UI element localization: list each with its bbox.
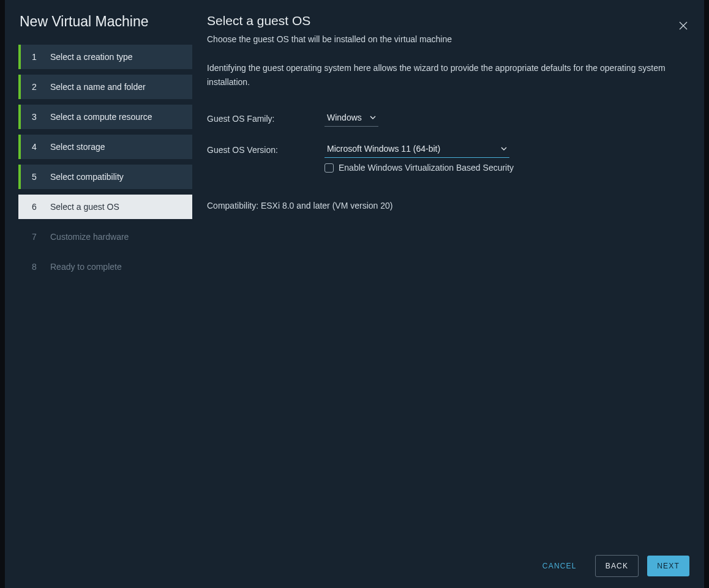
- chevron-down-icon: [501, 147, 507, 151]
- guest-os-version-group: Guest OS Version: Microsoft Windows 11 (…: [207, 141, 689, 173]
- page-subtitle: Choose the guest OS that will be install…: [207, 34, 689, 44]
- guest-os-family-select[interactable]: Windows: [324, 110, 378, 127]
- wizard-step-8: 8Ready to complete: [18, 255, 192, 279]
- step-label: Select compatibility: [50, 172, 124, 182]
- guest-os-version-row: Guest OS Version: Microsoft Windows 11 (…: [207, 141, 689, 158]
- wizard-step-3[interactable]: 3Select a compute resource: [18, 105, 192, 129]
- wizard-step-6[interactable]: 6Select a guest OS: [18, 195, 192, 219]
- guest-os-family-value: Windows: [327, 113, 362, 122]
- main-header: Select a guest OS: [207, 12, 689, 34]
- wizard-step-1[interactable]: 1Select a creation type: [18, 45, 192, 69]
- wizard-step-2[interactable]: 2Select a name and folder: [18, 75, 192, 99]
- vbs-checkbox[interactable]: [324, 163, 334, 173]
- back-button[interactable]: BACK: [595, 555, 639, 577]
- step-label: Select a guest OS: [50, 202, 119, 212]
- wizard-step-7: 7Customize hardware: [18, 225, 192, 249]
- wizard-main-panel: Select a guest OS Choose the guest OS th…: [192, 0, 704, 588]
- step-number: 2: [32, 82, 44, 92]
- step-label: Select a compute resource: [50, 112, 152, 122]
- step-label: Select storage: [50, 142, 105, 152]
- page-description: Identifying the guest operating system h…: [207, 61, 689, 89]
- close-button[interactable]: [675, 17, 692, 34]
- step-number: 8: [32, 262, 44, 272]
- guest-os-version-value: Microsoft Windows 11 (64-bit): [327, 144, 440, 154]
- step-number: 1: [32, 52, 44, 62]
- close-icon: [678, 21, 688, 31]
- step-label: Select a name and folder: [50, 82, 146, 92]
- cancel-button[interactable]: CANCEL: [533, 556, 587, 576]
- step-number: 7: [32, 232, 44, 242]
- wizard-steps-list: 1Select a creation type2Select a name an…: [5, 45, 192, 279]
- wizard-footer: CANCEL BACK NEXT: [533, 555, 689, 577]
- guest-os-family-label: Guest OS Family:: [207, 114, 324, 124]
- wizard-step-5[interactable]: 5Select compatibility: [18, 165, 192, 189]
- guest-os-version-label: Guest OS Version:: [207, 145, 324, 155]
- compatibility-text: Compatibility: ESXi 8.0 and later (VM ve…: [207, 201, 689, 210]
- step-label: Select a creation type: [50, 52, 133, 62]
- step-label: Ready to complete: [50, 262, 122, 272]
- step-number: 6: [32, 202, 44, 212]
- wizard-step-4[interactable]: 4Select storage: [18, 135, 192, 159]
- guest-os-family-row: Guest OS Family: Windows: [207, 110, 689, 127]
- step-number: 3: [32, 112, 44, 122]
- guest-os-version-select[interactable]: Microsoft Windows 11 (64-bit): [324, 141, 509, 158]
- next-button[interactable]: NEXT: [647, 556, 689, 576]
- step-number: 4: [32, 142, 44, 152]
- wizard-title: New Virtual Machine: [5, 13, 192, 45]
- chevron-down-icon: [370, 116, 376, 119]
- page-title: Select a guest OS: [207, 12, 310, 34]
- new-vm-wizard-dialog: New Virtual Machine 1Select a creation t…: [5, 0, 704, 588]
- step-number: 5: [32, 172, 44, 182]
- step-label: Customize hardware: [50, 232, 129, 242]
- vbs-checkbox-row: Enable Windows Virtualization Based Secu…: [324, 163, 689, 173]
- wizard-sidebar: New Virtual Machine 1Select a creation t…: [5, 0, 192, 588]
- vbs-checkbox-label: Enable Windows Virtualization Based Secu…: [339, 163, 514, 173]
